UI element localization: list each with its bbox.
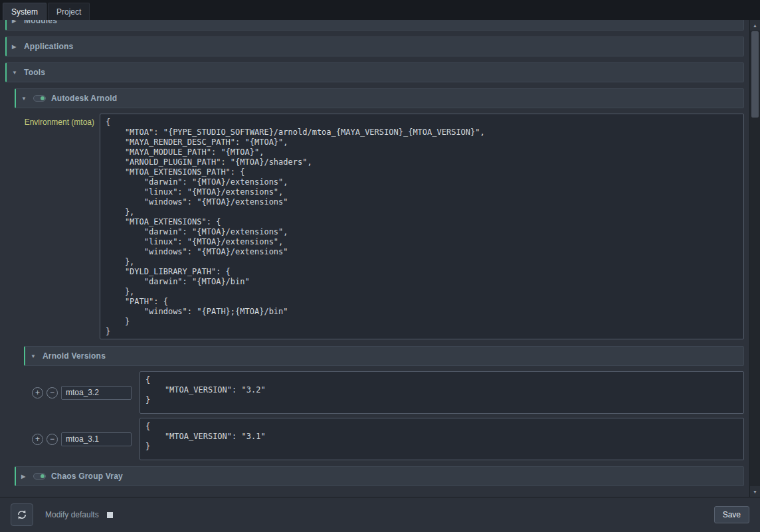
section-label: Chaos Group Vray: [51, 472, 123, 481]
add-version-button[interactable]: +: [32, 387, 43, 399]
modify-defaults-label: Modify defaults: [45, 510, 99, 519]
version-env-input[interactable]: { "MTOA_VERSION": "3.2" }: [140, 371, 744, 414]
scroll-down-button[interactable]: ▼: [750, 486, 760, 497]
version-controls: + −: [32, 386, 140, 400]
section-header-chaos-group-vray[interactable]: ▶ Chaos Group Vray: [15, 466, 744, 486]
scroll-up-button[interactable]: ▲: [750, 20, 760, 31]
section-header-applications[interactable]: ▶ Applications: [5, 37, 744, 56]
chevron-down-icon: ▼: [12, 70, 19, 76]
chevron-right-icon: ▶: [12, 44, 19, 50]
scrollbar-thumb[interactable]: [751, 31, 759, 118]
refresh-button[interactable]: [11, 503, 33, 526]
footer-bar: Modify defaults Save: [0, 497, 760, 532]
version-controls: + −: [32, 432, 140, 446]
chevron-right-icon: ▶: [12, 20, 19, 24]
environment-label: Environment (mtoa): [15, 114, 100, 127]
tab-bar: System Project: [0, 0, 760, 20]
scrollbar[interactable]: ▲ ▼: [749, 20, 760, 497]
chevron-down-icon: ▼: [21, 96, 28, 102]
section-label: Arnold Versions: [43, 351, 106, 361]
section-label: Modules: [24, 20, 57, 25]
section-label: Applications: [24, 42, 73, 51]
version-env-input[interactable]: { "MTOA_VERSION": "3.1" }: [140, 418, 744, 460]
version-item: + − { "MTOA_VERSION": "3.1" }: [32, 418, 744, 460]
version-name-input[interactable]: [61, 386, 132, 400]
section-header-arnold-versions[interactable]: ▼ Arnold Versions: [24, 346, 744, 366]
version-name-input[interactable]: [61, 432, 132, 446]
tab-system[interactable]: System: [3, 3, 47, 20]
chevron-down-icon: ▼: [31, 353, 37, 359]
settings-scroll-area: ▶ Modules ▶ Applications ▼ Tools ▼ Autod…: [5, 20, 744, 497]
environment-mtoa-input[interactable]: { "MTOA": "{PYPE_STUDIO_SOFTWARE}/arnold…: [100, 114, 744, 339]
settings-window: System Project ▶ Modules ▶ Applications …: [0, 0, 760, 532]
save-button[interactable]: Save: [714, 506, 749, 523]
section-header-tools[interactable]: ▼ Tools: [5, 62, 744, 82]
tab-project[interactable]: Project: [48, 3, 90, 20]
version-item: + − { "MTOA_VERSION": "3.2" }: [32, 371, 744, 414]
add-version-button[interactable]: +: [32, 434, 43, 445]
environment-row: Environment (mtoa) { "MTOA": "{PYPE_STUD…: [15, 114, 744, 339]
refresh-icon: [16, 509, 28, 521]
modify-defaults-checkbox[interactable]: [107, 512, 113, 518]
enabled-toggle[interactable]: [33, 473, 46, 480]
remove-version-button[interactable]: −: [47, 434, 58, 445]
settings-content: ▶ Modules ▶ Applications ▼ Tools ▼ Autod…: [0, 20, 760, 497]
enabled-toggle[interactable]: [33, 95, 46, 102]
section-label: Autodesk Arnold: [51, 94, 117, 103]
section-header-autodesk-arnold[interactable]: ▼ Autodesk Arnold: [15, 88, 744, 108]
section-label: Tools: [24, 68, 45, 77]
chevron-right-icon: ▶: [21, 474, 28, 480]
section-header-modules[interactable]: ▶ Modules: [5, 20, 744, 31]
remove-version-button[interactable]: −: [47, 387, 58, 399]
